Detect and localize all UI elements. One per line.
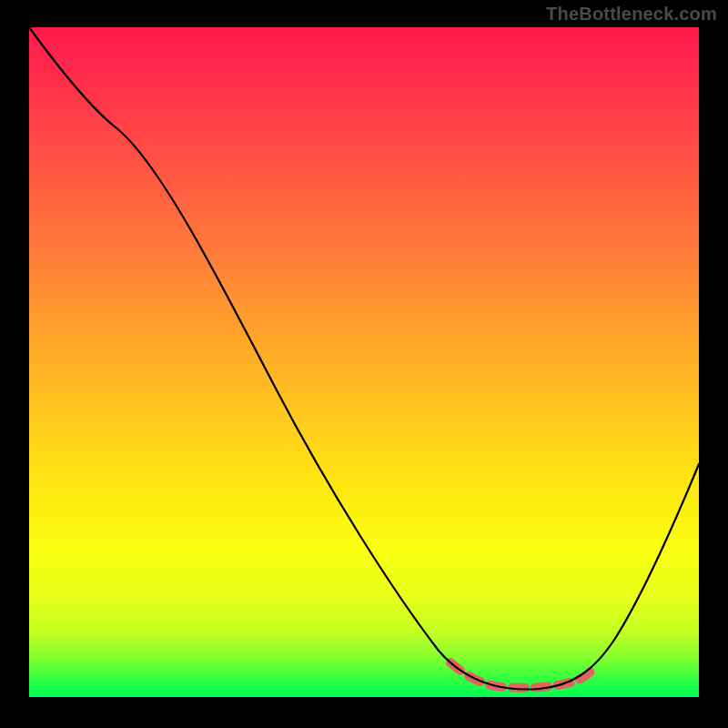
highlight-segment (450, 662, 593, 688)
bottleneck-curve (29, 27, 699, 690)
plot-area (29, 27, 699, 697)
watermark-text: TheBottleneck.com (546, 4, 717, 25)
curve-svg (29, 27, 699, 697)
chart-container: TheBottleneck.com (0, 0, 728, 728)
